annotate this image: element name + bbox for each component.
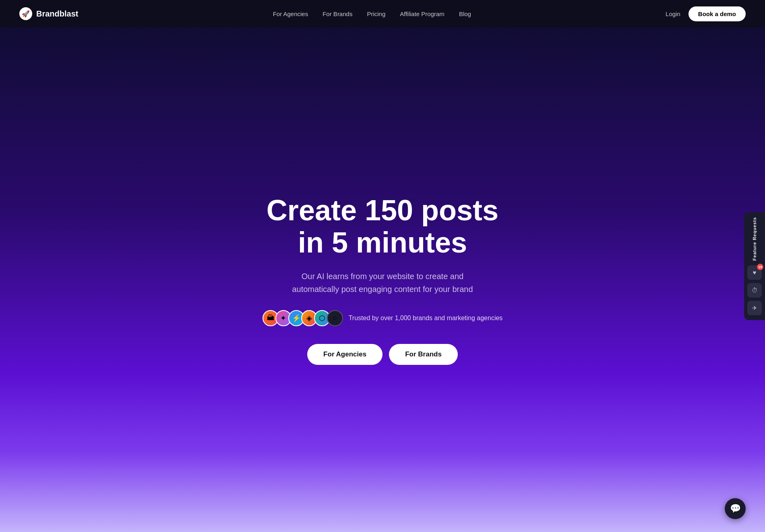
hero-title-line1: Create 150 posts — [267, 194, 498, 226]
chat-button[interactable]: 💬 — [725, 498, 746, 519]
feature-clock-button[interactable]: ⏱ — [747, 283, 762, 298]
nav-link-agencies[interactable]: For Agencies — [273, 10, 308, 17]
navbar: 🚀 Brandblast For Agencies For Brands Pri… — [0, 0, 765, 27]
feature-badge: 19 — [757, 264, 763, 270]
nav-link-affiliate[interactable]: Affiliate Program — [400, 10, 445, 17]
hero-section: Create 150 posts in 5 minutes Our AI lea… — [0, 0, 765, 532]
logo[interactable]: 🚀 Brandblast — [19, 7, 78, 20]
trust-row: 🏔 ✦ ⚡ ◈ ⬡ ○ Trusted by over 1,000 brands… — [263, 310, 503, 326]
nav-right: Login Book a demo — [666, 6, 746, 21]
feature-send-button[interactable]: ✈ — [747, 301, 762, 315]
hero-subtitle: Our AI learns from your website to creat… — [278, 270, 487, 296]
feature-heart-button[interactable]: ♥ 19 — [747, 265, 762, 280]
hero-title-line2: in 5 minutes — [298, 226, 467, 259]
clock-icon: ⏱ — [752, 287, 758, 294]
logo-icon: 🚀 — [19, 7, 32, 20]
avatar-6: ○ — [327, 310, 343, 326]
avatar-stack: 🏔 ✦ ⚡ ◈ ⬡ ○ — [263, 310, 343, 326]
nav-link-brands[interactable]: For Brands — [323, 10, 352, 17]
feature-sidebar: Feature Requests ♥ 19 ⏱ ✈ — [744, 212, 765, 320]
nav-links: For Agencies For Brands Pricing Affiliat… — [273, 10, 471, 17]
send-icon: ✈ — [752, 304, 757, 312]
login-link[interactable]: Login — [666, 10, 680, 17]
hero-title: Create 150 posts in 5 minutes — [267, 195, 498, 258]
cta-agencies-button[interactable]: For Agencies — [307, 344, 382, 365]
book-demo-button[interactable]: Book a demo — [688, 6, 746, 21]
nav-link-pricing[interactable]: Pricing — [367, 10, 385, 17]
chat-icon: 💬 — [730, 503, 741, 514]
cta-row: For Agencies For Brands — [307, 344, 458, 365]
feature-sidebar-label: Feature Requests — [752, 217, 757, 260]
heart-icon: ♥ — [753, 269, 757, 276]
nav-link-blog[interactable]: Blog — [459, 10, 471, 17]
cta-brands-button[interactable]: For Brands — [389, 344, 458, 365]
logo-text: Brandblast — [36, 9, 78, 19]
trust-text: Trusted by over 1,000 brands and marketi… — [349, 315, 503, 322]
